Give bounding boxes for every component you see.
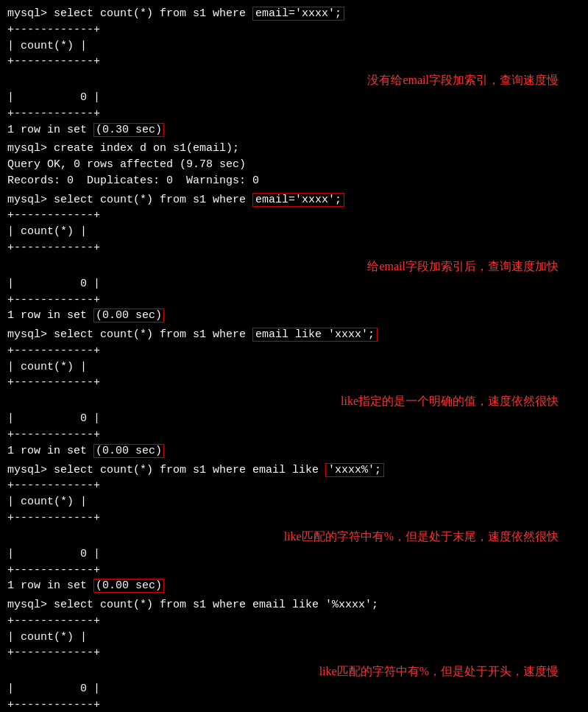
divider-4c: +------------+ — [7, 427, 581, 443]
records-line: Records: 0 Duplicates: 0 Warnings: 0 — [7, 173, 581, 189]
prompt-text-3: mysql> select count(*) from s1 where — [7, 194, 252, 206]
divider-6a: +------------+ — [7, 613, 581, 630]
time-box-4: (0.00 sec) — [93, 444, 164, 458]
create-index-line: mysql> create index d on s1(email); — [7, 141, 581, 157]
query-line-4: mysql> select count(*) from s1 where ema… — [7, 327, 581, 343]
result-4: | 0 | — [7, 411, 581, 427]
prompt-text-5: mysql> select count(*) from s1 where ema… — [7, 464, 325, 476]
col-header-6: | count(*) | — [7, 630, 581, 646]
col-header-5: | count(*) | — [7, 494, 581, 510]
query-block-5: mysql> select count(*) from s1 where ema… — [7, 462, 581, 594]
divider-4a: +------------+ — [7, 343, 581, 359]
query-line-3: mysql> select count(*) from s1 where ema… — [7, 192, 581, 208]
prompt-text-4: mysql> select count(*) from s1 where — [7, 328, 252, 341]
result-3: | 0 | — [7, 276, 581, 292]
query-highlight-1: email='xxxx'; — [252, 7, 344, 21]
result-6: | 0 | — [7, 681, 581, 697]
annotation-1: 没有给email字段加索引，查询速度慢 — [7, 71, 581, 88]
divider-4b: +------------+ — [7, 375, 581, 391]
query-block-6: mysql> select count(*) from s1 where ema… — [7, 597, 581, 712]
query-line-5: mysql> select count(*) from s1 where ema… — [7, 462, 581, 479]
divider-1c: +------------+ — [7, 106, 581, 122]
divider-3c: +------------+ — [7, 292, 581, 309]
time-line-5: 1 row in set (0.00 sec) — [7, 578, 581, 594]
col-header-3: | count(*) | — [7, 224, 581, 240]
annotation-3: 给email字段加索引后，查询速度加快 — [7, 258, 581, 275]
query-block-1: mysql> select count(*) from s1 where ema… — [7, 6, 581, 138]
terminal-container: mysql> select count(*) from s1 where ema… — [7, 6, 581, 712]
time-box-3: (0.00 sec) — [93, 309, 164, 322]
query-block-4: mysql> select count(*) from s1 where ema… — [7, 327, 581, 459]
annotation-5: like匹配的字符中有%，但是处于末尾，速度依然很快 — [7, 528, 581, 545]
divider-5b: +------------+ — [7, 510, 581, 526]
col-header-4: | count(*) | — [7, 359, 581, 376]
time-line-4: 1 row in set (0.00 sec) — [7, 443, 581, 459]
divider-1a: +------------+ — [7, 22, 581, 38]
result-1: | 0 | — [7, 90, 581, 106]
query-ok-line: Query OK, 0 rows affected (9.78 sec) — [7, 157, 581, 173]
create-index-block: mysql> create index d on s1(email); Quer… — [7, 141, 581, 188]
time-line-1: 1 row in set (0.30 sec) — [7, 122, 581, 138]
col-header-1: | count(*) | — [7, 38, 581, 54]
annotation-4: like指定的是一个明确的值，速度依然很快 — [7, 392, 581, 409]
query-highlight-5: 'xxxx%'; — [325, 463, 384, 477]
query-highlight-4: email like 'xxxx'; — [252, 328, 378, 342]
divider-5c: +------------+ — [7, 563, 581, 579]
prompt-text-1: mysql> select count(*) from s1 where — [7, 7, 252, 20]
time-box-5: (0.00 sec) — [93, 579, 164, 593]
divider-6b: +------------+ — [7, 645, 581, 661]
divider-5a: +------------+ — [7, 478, 581, 494]
result-5: | 0 | — [7, 546, 581, 563]
time-box-1: (0.30 sec) — [93, 123, 164, 137]
time-line-3: 1 row in set (0.00 sec) — [7, 308, 581, 324]
divider-3a: +------------+ — [7, 208, 581, 224]
query-block-3: mysql> select count(*) from s1 where ema… — [7, 192, 581, 324]
query-line-1: mysql> select count(*) from s1 where ema… — [7, 6, 581, 22]
divider-1b: +------------+ — [7, 54, 581, 70]
annotation-6: like匹配的字符中有%，但是处于开头，速度慢 — [7, 663, 581, 680]
query-highlight-3: email='xxxx'; — [252, 193, 344, 207]
divider-6c: +------------+ — [7, 697, 581, 712]
query-line-6: mysql> select count(*) from s1 where ema… — [7, 597, 581, 613]
divider-3b: +------------+ — [7, 240, 581, 256]
